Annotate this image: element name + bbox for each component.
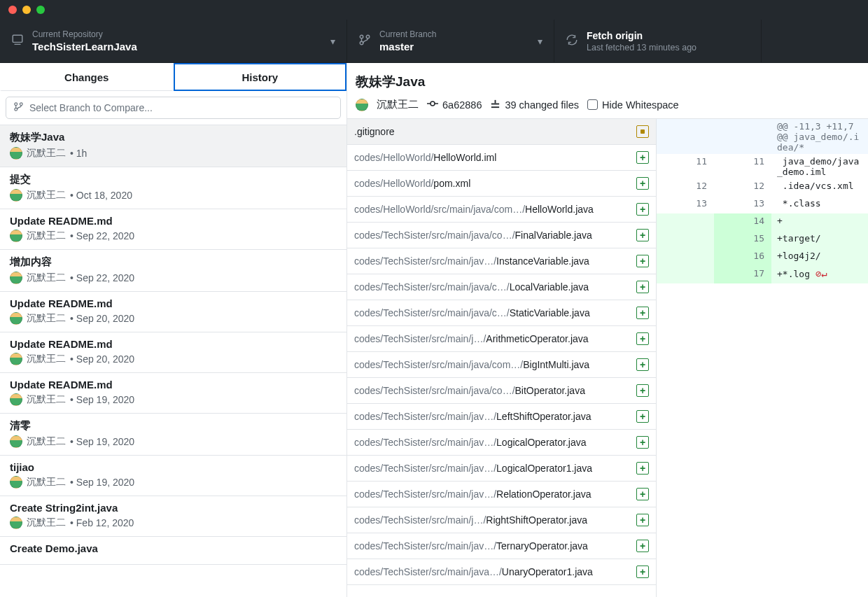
window-zoom-button[interactable] bbox=[36, 6, 45, 14]
hide-whitespace-checkbox[interactable]: Hide Whitespace bbox=[587, 99, 679, 111]
file-path: codes/HelloWorld/HelloWorld.iml bbox=[354, 152, 631, 163]
tab-history[interactable]: History bbox=[174, 63, 347, 91]
svg-rect-11 bbox=[491, 103, 499, 104]
svg-rect-13 bbox=[491, 106, 499, 108]
file-row[interactable]: codes/TechSister/src/main/java/co…/Final… bbox=[347, 223, 656, 248]
changed-files[interactable]: 39 changed files bbox=[490, 99, 579, 111]
branch-compare-button[interactable]: Select Branch to Compare... bbox=[6, 97, 341, 119]
diff-line: +*.log ⊘↵ bbox=[771, 266, 868, 283]
svg-point-7 bbox=[20, 103, 22, 106]
fetch-sub: Last fetched 13 minutes ago bbox=[587, 43, 696, 52]
commit-item[interactable]: Update README.md沉默王二• Sep 22, 2020 bbox=[0, 209, 346, 250]
commit-item[interactable]: Update README.md沉默王二• Sep 20, 2020 bbox=[0, 332, 346, 373]
file-row[interactable]: codes/TechSister/src/main/j…/ArithmeticO… bbox=[347, 326, 656, 352]
commit-title: 提交 bbox=[10, 173, 337, 186]
file-row[interactable]: codes/HelloWorld/HelloWorld.iml+ bbox=[347, 145, 656, 171]
old-line-number bbox=[657, 266, 714, 283]
tab-changes[interactable]: Changes bbox=[0, 63, 174, 91]
commit-title: Update README.md bbox=[10, 297, 337, 309]
file-row[interactable]: codes/TechSister/src/main/jav…/LeftShift… bbox=[347, 404, 656, 430]
window-minimize-button[interactable] bbox=[22, 6, 31, 14]
new-line-number: 11 bbox=[714, 154, 771, 178]
avatar bbox=[10, 353, 22, 365]
file-row[interactable]: codes/TechSister/src/main/jav…/TernaryOp… bbox=[347, 533, 656, 559]
diff-line: +target/ bbox=[771, 231, 868, 248]
file-row[interactable]: codes/TechSister/src/main/java/c…/Static… bbox=[347, 300, 656, 326]
file-path: codes/HelloWorld/src/main/java/com…/Hell… bbox=[354, 204, 631, 215]
file-row[interactable]: codes/HelloWorld/pom.xml+ bbox=[347, 171, 656, 197]
file-row[interactable]: codes/TechSister/src/main/jav…/LogicalOp… bbox=[347, 430, 656, 456]
commit-sha[interactable]: 6a62886 bbox=[427, 99, 482, 111]
diff-icon bbox=[490, 99, 500, 111]
changed-file-list[interactable]: .gitignorecodes/HelloWorld/HelloWorld.im… bbox=[347, 119, 657, 597]
file-row[interactable]: codes/TechSister/src/main/jav…/RelationO… bbox=[347, 482, 656, 507]
added-badge-icon: + bbox=[636, 462, 649, 475]
added-badge-icon: + bbox=[636, 332, 649, 345]
changed-files-text: 39 changed files bbox=[505, 99, 579, 111]
file-row[interactable]: codes/HelloWorld/src/main/java/com…/Hell… bbox=[347, 197, 656, 223]
new-line-number: 16 bbox=[714, 248, 771, 266]
commit-item[interactable]: tijiao沉默王二• Sep 19, 2020 bbox=[0, 456, 346, 496]
file-path: codes/TechSister/src/main/java/com…/BigI… bbox=[354, 359, 631, 370]
branch-dropdown[interactable]: Current Branch master ▾ bbox=[347, 20, 554, 62]
commit-icon bbox=[427, 99, 438, 111]
commit-author: 沉默王二 bbox=[27, 517, 66, 529]
file-path: .gitignore bbox=[354, 126, 631, 137]
file-row[interactable]: codes/TechSister/src/main/java/co…/BitOp… bbox=[347, 378, 656, 404]
file-path: codes/TechSister/src/main/jav…/TernaryOp… bbox=[354, 540, 631, 552]
commit-title: 教妹学Java bbox=[356, 73, 860, 91]
added-badge-icon: + bbox=[636, 307, 649, 319]
commit-item[interactable]: 清零沉默王二• Sep 19, 2020 bbox=[0, 414, 346, 456]
window-titlebar bbox=[0, 0, 868, 20]
diff-hunk-header: @@ -11,3 +11,7 @@ java_demo/.idea/* bbox=[771, 119, 868, 154]
file-path: codes/TechSister/src/main/java/c…/Static… bbox=[354, 307, 631, 318]
window-close-button[interactable] bbox=[8, 6, 17, 14]
toolbar-spacer bbox=[762, 20, 868, 62]
history-sidebar: Changes History Select Branch to Compare… bbox=[0, 63, 347, 597]
avatar bbox=[356, 99, 368, 111]
commit-item[interactable]: 提交沉默王二• Oct 18, 2020 bbox=[0, 167, 346, 209]
old-line-number bbox=[657, 248, 714, 266]
commit-author: 沉默王二 bbox=[27, 435, 66, 448]
commit-item[interactable]: 教妹学Java沉默王二• 1h bbox=[0, 125, 346, 167]
svg-rect-12 bbox=[495, 99, 496, 103]
added-badge-icon: + bbox=[636, 410, 649, 423]
added-badge-icon: + bbox=[636, 384, 649, 397]
file-row[interactable]: codes/TechSister/src/main/java…/UnaryOpe… bbox=[347, 559, 656, 585]
avatar bbox=[10, 476, 22, 489]
chevron-down-icon: ▾ bbox=[538, 36, 542, 47]
branch-icon bbox=[358, 34, 371, 48]
commit-item[interactable]: Create Demo.java bbox=[0, 537, 346, 565]
commit-title: Create Demo.java bbox=[10, 542, 337, 554]
commit-item[interactable]: Create String2int.java沉默王二• Feb 12, 2020 bbox=[0, 496, 346, 537]
commit-item[interactable]: Update README.md沉默王二• Sep 20, 2020 bbox=[0, 292, 346, 332]
commit-author: 沉默王二 bbox=[27, 312, 66, 325]
old-line-number: 11 bbox=[657, 154, 714, 178]
avatar bbox=[10, 147, 22, 160]
file-row[interactable]: .gitignore bbox=[347, 119, 656, 145]
repo-dropdown[interactable]: Current Repository TechSisterLearnJava ▾ bbox=[0, 20, 347, 62]
file-path: codes/TechSister/src/main/jav…/LeftShift… bbox=[354, 411, 631, 422]
commit-item[interactable]: 增加内容沉默王二• Sep 22, 2020 bbox=[0, 250, 346, 292]
diff-line: .idea/vcs.xml bbox=[771, 178, 868, 196]
commit-author: 沉默王二 bbox=[27, 393, 66, 406]
commit-list[interactable]: 教妹学Java沉默王二• 1h提交沉默王二• Oct 18, 2020Updat… bbox=[0, 125, 346, 597]
file-row[interactable]: codes/TechSister/src/main/jav…/LogicalOp… bbox=[347, 456, 656, 482]
commit-item[interactable]: Update README.md沉默王二• Sep 19, 2020 bbox=[0, 373, 346, 414]
diff-line: java_demo/java_demo.iml bbox=[771, 154, 868, 178]
file-row[interactable]: codes/TechSister/src/main/j…/RightShiftO… bbox=[347, 507, 656, 533]
fetch-button[interactable]: Fetch origin Last fetched 13 minutes ago bbox=[554, 20, 762, 62]
file-row[interactable]: codes/TechSister/src/main/java/c…/LocalV… bbox=[347, 274, 656, 300]
diff-line: +log4j2/ bbox=[771, 248, 868, 266]
app-toolbar: Current Repository TechSisterLearnJava ▾… bbox=[0, 20, 868, 63]
branch-compare-container: Select Branch to Compare... bbox=[0, 91, 346, 125]
new-line-number: 12 bbox=[714, 178, 771, 196]
commit-author: 沉默王二 bbox=[27, 230, 66, 242]
avatar bbox=[10, 435, 22, 448]
file-path: codes/TechSister/src/main/java/co…/BitOp… bbox=[354, 385, 631, 396]
diff-view[interactable]: @@ -11,3 +11,7 @@ java_demo/.idea/*1111 … bbox=[657, 119, 868, 597]
file-row[interactable]: codes/TechSister/src/main/java/com…/BigI… bbox=[347, 352, 656, 378]
commit-author: 沉默王二 bbox=[27, 476, 66, 489]
file-row[interactable]: codes/TechSister/src/main/jav…/InstanceV… bbox=[347, 248, 656, 274]
commit-detail: 教妹学Java 沉默王二 6a62886 39 changed files Hi… bbox=[347, 63, 868, 597]
